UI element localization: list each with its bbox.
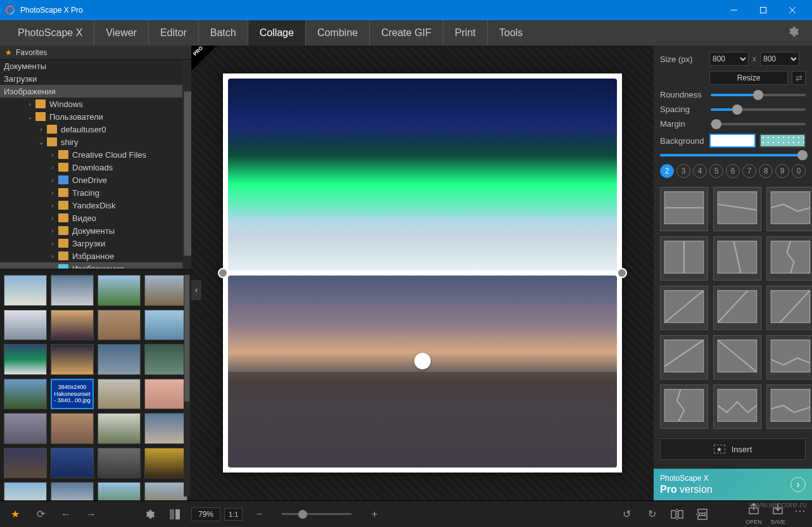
rotate-left-icon[interactable]: ↺ xyxy=(618,505,635,523)
resize-button[interactable]: Resize xyxy=(709,71,788,85)
sidebar-collapse-button[interactable]: ‹ xyxy=(191,280,201,300)
collage-preview[interactable] xyxy=(223,73,622,473)
layout-option[interactable] xyxy=(713,286,761,330)
count-4[interactable]: 4 xyxy=(693,164,707,178)
tree-item[interactable]: ›Downloads xyxy=(0,161,182,174)
thumbnail[interactable] xyxy=(4,482,47,500)
favorites-header[interactable]: ★ Favorites xyxy=(0,46,191,60)
window-close-button[interactable] xyxy=(778,0,807,20)
refresh-icon[interactable]: ⟳ xyxy=(32,505,49,523)
thumbnail[interactable] xyxy=(98,482,141,500)
thumbnails-scrollbar[interactable] xyxy=(184,275,190,497)
settings-icon[interactable] xyxy=(141,505,158,523)
tree-item[interactable]: ⌄shiry xyxy=(0,136,182,148)
count-5[interactable]: 5 xyxy=(709,164,723,178)
zoom-percentage[interactable]: 79% xyxy=(191,507,220,521)
layout-option[interactable] xyxy=(660,335,708,379)
thumbnail[interactable] xyxy=(144,482,187,500)
more-button[interactable]: ⋯ xyxy=(794,504,806,525)
thumbnail[interactable] xyxy=(51,482,94,500)
layout-option[interactable] xyxy=(713,187,761,231)
layout-option[interactable] xyxy=(660,384,708,429)
thumbnail[interactable] xyxy=(4,379,47,410)
tree-item[interactable]: ›Загрузки xyxy=(0,237,182,250)
thumbnail[interactable] xyxy=(144,310,187,341)
zoom-slider[interactable] xyxy=(282,513,352,515)
thumbnail[interactable] xyxy=(144,379,187,410)
zoom-in-icon[interactable]: + xyxy=(365,505,383,523)
cell-center-handle[interactable] xyxy=(414,353,431,369)
flip-horizontal-icon[interactable] xyxy=(668,505,686,523)
layout-option[interactable] xyxy=(766,187,812,231)
thumbnail[interactable] xyxy=(98,275,141,306)
count-0[interactable]: 0 xyxy=(792,164,806,178)
layout-option[interactable] xyxy=(660,187,708,231)
swap-dimensions-icon[interactable]: ⇄ xyxy=(792,71,806,85)
thumbnail[interactable] xyxy=(144,413,187,444)
collage-cell-2[interactable] xyxy=(228,276,617,467)
thumbnail[interactable] xyxy=(51,310,94,341)
tree-item[interactable]: ›YandexDisk xyxy=(0,199,182,212)
spacing-slider[interactable] xyxy=(711,108,806,111)
thumbnail[interactable] xyxy=(51,344,94,375)
layout-option[interactable] xyxy=(713,384,761,429)
count-2[interactable]: 2 xyxy=(660,164,674,178)
thumbnail[interactable] xyxy=(98,310,141,341)
tree-item[interactable]: ›defaultuser0 xyxy=(0,123,182,136)
thumbnail[interactable] xyxy=(144,275,187,306)
tree-item[interactable]: ›Документы xyxy=(0,224,182,237)
canvas-area[interactable] xyxy=(191,46,654,500)
tree-item[interactable]: ›Windows xyxy=(0,98,182,110)
folder-tree-scrollbar[interactable] xyxy=(182,60,191,269)
thumbnail[interactable] xyxy=(4,413,47,444)
tab-create-gif[interactable]: Create GIF xyxy=(370,20,443,46)
height-select[interactable]: 800 xyxy=(760,52,799,66)
tree-item-images[interactable]: ⌄Изображения xyxy=(0,262,182,269)
count-6[interactable]: 6 xyxy=(726,164,740,178)
favorite-star-icon[interactable]: ★ xyxy=(6,505,24,523)
layout-option[interactable] xyxy=(766,286,812,330)
count-7[interactable]: 7 xyxy=(742,164,756,178)
tab-combine[interactable]: Combine xyxy=(306,20,370,46)
thumbnail[interactable] xyxy=(4,448,47,479)
thumbnail[interactable] xyxy=(4,344,47,375)
layout-option[interactable] xyxy=(713,335,761,379)
thumbnail[interactable] xyxy=(144,448,187,479)
zoom-actual-size-button[interactable]: 1:1 xyxy=(224,508,243,521)
tree-item[interactable]: ›OneDrive xyxy=(0,174,182,186)
background-color-swatch[interactable] xyxy=(709,134,756,148)
roundness-slider[interactable] xyxy=(711,94,806,96)
thumbnail[interactable] xyxy=(98,413,141,444)
collage-cell-1[interactable] xyxy=(228,79,617,270)
insert-button[interactable]: ★ Insert xyxy=(660,438,806,460)
tree-item[interactable]: ›Tracing xyxy=(0,186,182,199)
tab-photoscape-x[interactable]: PhotoScape X xyxy=(6,20,94,46)
zoom-out-icon[interactable]: − xyxy=(250,505,268,523)
thumbnail[interactable] xyxy=(51,448,94,479)
forward-icon[interactable]: → xyxy=(82,505,100,523)
settings-gear-icon[interactable] xyxy=(780,25,806,41)
count-8[interactable]: 8 xyxy=(759,164,773,178)
layout-option[interactable] xyxy=(713,236,761,281)
tree-item[interactable]: ›Creative Cloud Files xyxy=(0,148,182,161)
tree-root-images[interactable]: Изображения xyxy=(0,85,182,98)
layout-option[interactable] xyxy=(766,236,812,281)
thumbnail-selected[interactable]: 3840x2400 Hakonesunset - 3840...00.jpg xyxy=(51,379,94,410)
thumbnail[interactable] xyxy=(144,344,187,375)
window-minimize-button[interactable] xyxy=(720,0,749,20)
back-icon[interactable]: ← xyxy=(57,505,75,523)
tab-batch[interactable]: Batch xyxy=(199,20,248,46)
background-opacity-slider[interactable] xyxy=(660,154,806,156)
margin-slider[interactable] xyxy=(711,123,806,125)
width-select[interactable]: 800 xyxy=(709,52,749,66)
save-button[interactable]: SAVE xyxy=(771,503,785,525)
open-button[interactable]: OPEN xyxy=(745,503,762,525)
flip-vertical-icon[interactable] xyxy=(694,505,711,523)
tab-editor[interactable]: Editor xyxy=(149,20,199,46)
grid-view-icon[interactable] xyxy=(166,505,184,523)
tree-item[interactable]: ⌄Пользователи xyxy=(0,110,182,123)
layout-option[interactable] xyxy=(766,384,812,429)
tree-root-documents[interactable]: Документы xyxy=(0,60,182,72)
thumbnail[interactable] xyxy=(4,275,47,306)
thumbnail[interactable] xyxy=(51,413,94,444)
